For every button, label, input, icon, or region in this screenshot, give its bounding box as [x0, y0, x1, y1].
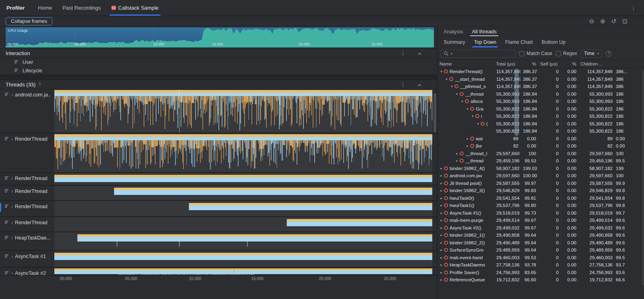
thread-activity-chart[interactable] [54, 232, 432, 250]
table-scrollbar[interactable] [642, 70, 644, 285]
help-icon[interactable]: ? [38, 82, 41, 87]
thread-activity-chart[interactable] [54, 251, 432, 267]
help-icon[interactable]: ? [606, 51, 612, 57]
thread-activity-chart[interactable] [54, 133, 432, 172]
tree-row[interactable]: ▸Profile Saver()24,756,99383.6500.0024,7… [438, 269, 644, 276]
chevron-right-icon[interactable]: ▸ [439, 203, 444, 207]
thread-track-2[interactable]: ›RenderThread [0, 173, 437, 186]
zoom-in-icon[interactable]: ⊕ [599, 18, 607, 24]
expand-chevron-icon[interactable]: › [11, 92, 13, 97]
match-case-option[interactable]: Match Case [519, 51, 552, 56]
chevron-right-icon[interactable]: ▸ [455, 159, 459, 163]
analysis-tab-analysis[interactable]: Analysis [439, 27, 467, 36]
tree-row[interactable]: ▸SurfaceSyncGro29,489,95999.6400.0029,48… [438, 246, 644, 254]
tree-row[interactable]: ▸binder:16862_1()29,490,85899.6400.0029,… [438, 231, 644, 239]
tree-row[interactable]: ▸AsyncTask #1()29,518,01999.7300.0029,51… [438, 209, 644, 217]
tree-row[interactable]: ▸mali-mem-purge29,499,51499.6700.0029,49… [438, 217, 644, 224]
tree-row[interactable]: ▸ReferenceQueue19,712,83266.6000.0019,71… [438, 276, 644, 284]
chevron-up-icon[interactable] [417, 50, 423, 56]
interaction-row-lifecycle[interactable]: Lifecycle [0, 66, 437, 75]
chevron-right-icon[interactable]: ▸ [439, 263, 444, 267]
zoom-out-icon[interactable]: ⊖ [588, 18, 596, 24]
thread-track-7[interactable]: ›AsyncTask #1 [0, 251, 437, 268]
subtab-bottom-up[interactable]: Bottom Up [537, 37, 570, 47]
reset-zoom-icon[interactable]: ↺ [610, 18, 618, 24]
thread-activity-chart[interactable] [54, 217, 432, 231]
nav-tab-home[interactable]: Home [33, 0, 58, 16]
chevron-right-icon[interactable]: ▸ [439, 218, 444, 222]
chevron-right-icon[interactable]: ▸ [439, 278, 444, 282]
chevron-right-icon[interactable]: ▸ [439, 233, 444, 237]
tree-row[interactable]: ▸__thread29,459,19699.5300.0029,459,1969… [438, 157, 644, 165]
chevron-down-icon[interactable]: ▾ [444, 77, 449, 81]
chevron-down-icon[interactable]: ▾ [476, 122, 480, 126]
thread-track-8[interactable]: ›AsyncTask #2 [0, 268, 437, 276]
thread-activity-chart[interactable] [54, 201, 432, 216]
thread-activity-chart[interactable] [54, 268, 432, 275]
tree-row[interactable]: ▾(55,300,822186.8400.0055,300,822186 [438, 120, 644, 128]
timeline-scrollbar[interactable] [433, 93, 436, 222]
analysis-tab-all-threads[interactable]: All threads [467, 27, 501, 36]
subtab-top-down[interactable]: Top Down [469, 37, 501, 47]
thread-track-0[interactable]: ›android.com.ja... [0, 89, 437, 133]
tree-row[interactable]: ▸Jit thread pool()29,587,55599.9700.0029… [438, 180, 644, 187]
reference-dropdown[interactable]: Time ▾ [581, 49, 602, 58]
tree-row[interactable]: ▸binder:16862_3()29,546,82999.8300.0029,… [438, 187, 644, 195]
column-header-name[interactable]: Name [438, 61, 494, 66]
regex-checkbox[interactable] [556, 51, 561, 56]
thread-track-6[interactable]: ›HeapTaskDae... [0, 232, 437, 251]
chevron-right-icon[interactable]: ▸ [465, 137, 470, 141]
nav-tab-callstack-sample[interactable]: Callstack Sample [106, 0, 164, 16]
column-header-[interactable]: % [561, 61, 578, 66]
expand-chevron-icon[interactable]: › [11, 220, 13, 225]
threads-header[interactable]: Threads (33) ? ⋮ [0, 80, 437, 89]
tree-row[interactable]: ▸binder:16862_2()29,490,48999.6400.0029,… [438, 239, 644, 247]
thread-activity-chart[interactable] [54, 186, 432, 200]
chevron-right-icon[interactable]: ▸ [439, 188, 444, 193]
tree-row[interactable]: ▸hwuiTask1()29,537,79699.8000.0029,537,7… [438, 202, 644, 209]
chevron-down-icon[interactable]: ▾ [450, 84, 454, 88]
tree-row[interactable]: ▾Gra55,300,822186.8400.0055,300,822186 [438, 105, 644, 113]
chevron-right-icon[interactable]: ▸ [439, 196, 444, 200]
expand-chevron-icon[interactable]: › [11, 271, 13, 276]
thread-track-5[interactable]: ›RenderThread [0, 217, 437, 232]
kebab-menu-icon[interactable]: ⋮ [399, 50, 407, 56]
chevron-down-icon[interactable]: ▾ [465, 107, 470, 111]
chevron-right-icon[interactable]: ▸ [439, 270, 444, 274]
chevron-up-icon[interactable] [417, 82, 423, 87]
expand-chevron-icon[interactable]: › [11, 204, 13, 209]
cpu-usage-chart[interactable]: CPU Usage 00.00005.00010.00015.00020.000… [6, 27, 434, 47]
overflow-menu-icon[interactable]: ⋮ [630, 5, 638, 11]
search-options-caret-icon[interactable]: ▾ [451, 52, 452, 55]
chevron-right-icon[interactable]: ▸ [439, 248, 444, 252]
expand-chevron-icon[interactable]: › [11, 189, 13, 194]
tree-row[interactable]: ▾__thread55,300,993186.8400.0055,300,993… [438, 90, 644, 98]
tree-row[interactable]: ▾__start_thread114,357,849386.3700.00114… [438, 76, 644, 83]
interaction-row-user[interactable]: User [0, 58, 437, 66]
chevron-right-icon[interactable]: ▸ [439, 166, 444, 170]
thread-track-1[interactable]: ›RenderThread [0, 133, 437, 173]
tree-row[interactable]: 55,300,822186.8400.0055,300,822186 [438, 127, 644, 135]
expand-chevron-icon[interactable]: › [11, 176, 13, 181]
chevron-right-icon[interactable]: ▸ [439, 241, 444, 245]
chevron-down-icon[interactable]: ▾ [439, 70, 444, 74]
scrollbar-thumb[interactable] [433, 93, 436, 133]
search-box[interactable]: ▾ [441, 49, 516, 58]
match-case-checkbox[interactable] [519, 51, 524, 56]
regex-option[interactable]: Regex [556, 51, 577, 56]
tree-row[interactable]: ▸HeapTaskDaemo27,758,13693.7800.0027,758… [438, 261, 644, 269]
tree-row[interactable]: ▾RenderThread()114,357,849386.3700.00114… [438, 68, 644, 76]
chevron-right-icon[interactable]: ▸ [439, 174, 444, 178]
zoom-to-selection-icon[interactable]: ⊡ [621, 18, 629, 24]
tree-row[interactable]: ▸wai890.0000.00890.00 [438, 135, 644, 143]
expand-chevron-icon[interactable]: › [11, 236, 13, 240]
tree-row[interactable]: ▸android.com.jav29,597,660100.0000.0029,… [438, 172, 644, 180]
subtab-summary[interactable]: Summary [439, 37, 469, 47]
tree-row[interactable]: ▸binder:16862_4()58,907,182199.0300.0058… [438, 165, 644, 172]
expand-chevron-icon[interactable]: › [11, 254, 13, 259]
column-header-total-s[interactable]: Total (μs) [494, 61, 520, 66]
thread-activity-chart[interactable] [54, 173, 432, 185]
chevron-right-icon[interactable]: ▸ [439, 181, 444, 185]
thread-track-3[interactable]: ›RenderThread [0, 186, 437, 201]
kebab-menu-icon[interactable]: ⋮ [399, 82, 407, 87]
